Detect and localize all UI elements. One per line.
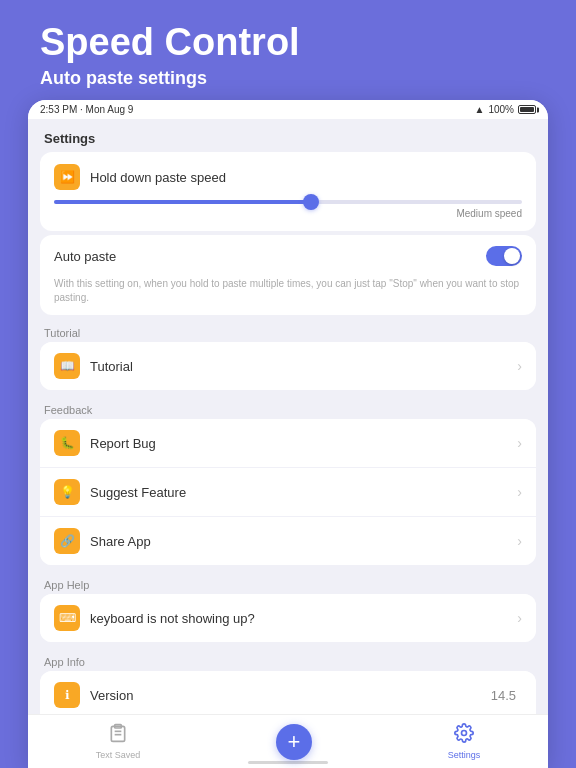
toggle-knob xyxy=(504,248,520,264)
device-frame: 2:53 PM · Mon Aug 9 ▲ 100% Settings ⏩ Ho… xyxy=(28,100,548,768)
suggest-feature-row[interactable]: 💡 Suggest Feature › xyxy=(40,468,536,517)
section-label-feedback: Feedback xyxy=(28,396,548,419)
tab-bar: Text Saved + Settings xyxy=(28,714,548,768)
section-label-tutorial: Tutorial xyxy=(28,319,548,342)
feedback-card: 🐛 Report Bug › 💡 Suggest Feature › 🔗 Sha… xyxy=(40,419,536,565)
tutorial-chevron: › xyxy=(517,358,522,374)
speed-section: ⏩ Hold down paste speed Medium speed xyxy=(40,152,536,231)
auto-paste-row: Auto paste xyxy=(40,235,536,277)
version-value: 14.5 xyxy=(491,688,516,703)
auto-paste-description: With this setting on, when you hold to p… xyxy=(40,277,536,315)
report-bug-chevron: › xyxy=(517,435,522,451)
section-label-app-help: App Help xyxy=(28,571,548,594)
svg-point-4 xyxy=(461,731,466,736)
tutorial-card: 📖 Tutorial › xyxy=(40,342,536,390)
share-app-icon: 🔗 xyxy=(54,528,80,554)
share-app-label: Share App xyxy=(90,534,517,549)
report-bug-row[interactable]: 🐛 Report Bug › xyxy=(40,419,536,468)
slider-fill xyxy=(54,200,311,204)
app-help-card: ⌨ keyboard is not showing up? › xyxy=(40,594,536,642)
slider-hint: Medium speed xyxy=(54,208,522,219)
battery-percent: 100% xyxy=(488,104,514,115)
tab-settings[interactable]: Settings xyxy=(448,723,481,760)
keyboard-help-chevron: › xyxy=(517,610,522,626)
home-indicator xyxy=(248,761,328,764)
report-bug-label: Report Bug xyxy=(90,436,517,451)
share-app-chevron: › xyxy=(517,533,522,549)
speed-header: ⏩ Hold down paste speed xyxy=(54,164,522,190)
gear-icon xyxy=(454,723,474,748)
auto-paste-section: Auto paste With this setting on, when yo… xyxy=(40,235,536,315)
tutorial-row[interactable]: 📖 Tutorial › xyxy=(40,342,536,390)
keyboard-help-label: keyboard is not showing up? xyxy=(90,611,517,626)
wifi-icon: ▲ xyxy=(475,104,485,115)
tab-add-button[interactable]: + xyxy=(276,724,312,760)
version-label: Version xyxy=(90,688,491,703)
tab-text-saved-label: Text Saved xyxy=(96,750,141,760)
status-bar: 2:53 PM · Mon Aug 9 ▲ 100% xyxy=(28,100,548,119)
status-time: 2:53 PM · Mon Aug 9 xyxy=(40,104,133,115)
tab-text-saved[interactable]: Text Saved xyxy=(96,723,141,760)
suggest-feature-icon: 💡 xyxy=(54,479,80,505)
report-bug-icon: 🐛 xyxy=(54,430,80,456)
share-app-row[interactable]: 🔗 Share App › xyxy=(40,517,536,565)
battery-icon xyxy=(518,105,536,114)
tutorial-label: Tutorial xyxy=(90,359,517,374)
auto-paste-toggle[interactable] xyxy=(486,246,522,266)
clipboard-icon xyxy=(108,723,128,748)
page-title: Speed Control xyxy=(40,22,536,64)
auto-paste-label: Auto paste xyxy=(54,249,486,264)
settings-title: Settings xyxy=(28,119,548,152)
status-right: ▲ 100% xyxy=(475,104,536,115)
slider-thumb[interactable] xyxy=(303,194,319,210)
suggest-feature-chevron: › xyxy=(517,484,522,500)
keyboard-help-row[interactable]: ⌨ keyboard is not showing up? › xyxy=(40,594,536,642)
speed-label: Hold down paste speed xyxy=(90,170,226,185)
suggest-feature-label: Suggest Feature xyxy=(90,485,517,500)
tutorial-icon: 📖 xyxy=(54,353,80,379)
speed-icon: ⏩ xyxy=(54,164,80,190)
plus-icon: + xyxy=(288,729,301,755)
tab-settings-label: Settings xyxy=(448,750,481,760)
page-subtitle: Auto paste settings xyxy=(40,68,536,89)
section-label-app-info: App Info xyxy=(28,648,548,671)
version-row: ℹ Version 14.5 xyxy=(40,671,536,720)
keyboard-icon: ⌨ xyxy=(54,605,80,631)
speed-slider-track[interactable] xyxy=(54,200,522,204)
header: Speed Control Auto paste settings xyxy=(0,0,576,105)
version-icon: ℹ xyxy=(54,682,80,708)
scroll-area[interactable]: Settings ⏩ Hold down paste speed Medium … xyxy=(28,119,548,733)
